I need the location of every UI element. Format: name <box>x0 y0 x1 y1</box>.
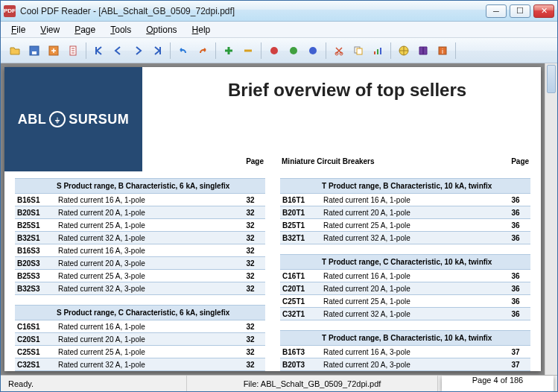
cell-page: 37 <box>501 361 530 369</box>
status-page: Page 4 of 186 <box>442 376 554 391</box>
logo-left: ABL <box>18 112 47 127</box>
table-row: B20S3Rated current 20 A, 3-pole32 <box>15 257 265 270</box>
separator <box>326 42 326 59</box>
page-icon[interactable] <box>65 42 81 59</box>
separator <box>455 42 456 59</box>
spacer-row <box>280 168 530 179</box>
table-row: C20T1Rated current 20 A, 1-pole36 <box>280 282 530 295</box>
cell-desc: Rated current 32 A, 1-pole <box>57 234 235 242</box>
menu-tools[interactable]: Tools <box>104 23 137 37</box>
cell-code: B16S3 <box>15 247 57 255</box>
prev-icon[interactable] <box>110 42 127 59</box>
cell-code: B32S1 <box>15 234 57 242</box>
copy-icon[interactable] <box>350 42 367 59</box>
table-row: B25S3Rated current 25 A, 3-pole32 <box>15 270 265 282</box>
svg-rect-13 <box>380 48 381 54</box>
vertical-scrollbar[interactable] <box>545 63 557 375</box>
cell-desc: Rated current 32 A, 1-pole <box>57 361 235 369</box>
separator <box>261 42 261 59</box>
export-icon[interactable] <box>45 42 62 59</box>
cell-code: B32S3 <box>15 285 57 293</box>
cell-code: B20T1 <box>280 209 322 217</box>
logo-icon: ⏚ <box>49 111 66 127</box>
cell-desc: Rated current 25 A, 1-pole <box>57 348 235 356</box>
cell-desc: Rated current 20 A, 1-pole <box>57 335 235 344</box>
menu-view[interactable]: View <box>34 23 66 37</box>
cell-page: 32 <box>235 196 265 204</box>
table-row: B16S1Rated current 16 A, 1-pole32 <box>15 194 265 206</box>
table-row: B20S1Rated current 20 A, 1-pole32 <box>15 206 265 219</box>
table-row: B16T1Rated current 16 A, 1-pole36 <box>280 194 530 206</box>
section-row: S Product range, C Characteristic, 6 kA,… <box>15 306 265 320</box>
cell-desc: Rated current 16 A, 1-pole <box>57 323 235 331</box>
svg-text:i: i <box>442 48 443 55</box>
chart-icon[interactable] <box>370 42 386 59</box>
spacer-row <box>280 320 530 331</box>
cell-page: 36 <box>501 209 530 217</box>
logo-right: SURSUM <box>69 112 129 127</box>
zoomout-icon[interactable] <box>240 42 256 59</box>
cell-page: 36 <box>501 310 530 318</box>
cell-page: 32 <box>235 234 265 242</box>
cell-desc: Rated current 16 A, 1-pole <box>57 196 235 204</box>
cell-code: B20S3 <box>15 259 57 268</box>
cell-code: C16T1 <box>280 272 322 280</box>
cell-code: C25S1 <box>15 348 57 356</box>
cell-code: B25S1 <box>15 221 57 230</box>
menu-page[interactable]: Page <box>69 23 101 37</box>
play-icon[interactable] <box>285 42 302 59</box>
svg-rect-10 <box>357 48 362 54</box>
table-row: B32S1Rated current 32 A, 1-pole32 <box>15 232 265 244</box>
cell-page: 36 <box>501 272 530 280</box>
table-row: B20T1Rated current 20 A, 1-pole36 <box>280 206 530 219</box>
separator <box>215 42 216 59</box>
statusbar: Ready. File: ABL_Schalt_GB_0509_72dpi.pd… <box>1 375 557 391</box>
right-table: Miniature Circuit BreakersPageT Product … <box>280 154 530 371</box>
cell-code: C25T1 <box>280 297 322 306</box>
menu-help[interactable]: Help <box>186 23 217 37</box>
cell-page: 32 <box>235 259 265 268</box>
cell-code: B16T3 <box>280 348 322 356</box>
last-icon[interactable] <box>149 42 165 59</box>
titlebar: PDF Cool PDF Reader - [ABL_Schalt_GB_050… <box>1 1 557 22</box>
section-row: T Product range, C Characteristic, 10 kA… <box>280 255 530 270</box>
globe-icon[interactable] <box>396 42 412 59</box>
about-icon[interactable]: i <box>434 42 451 59</box>
table-row: C25S1Rated current 25 A, 1-pole32 <box>15 346 265 358</box>
cut-icon[interactable] <box>331 42 347 59</box>
cell-desc: Rated current 16 A, 1-pole <box>322 272 501 280</box>
maximize-button[interactable]: ☐ <box>510 4 530 18</box>
rec-icon[interactable] <box>305 42 321 59</box>
close-button[interactable]: ✕ <box>533 4 554 18</box>
cell-code: B25T1 <box>280 221 322 230</box>
table-row: B32S3Rated current 32 A, 3-pole32 <box>15 282 265 295</box>
section-row: T Product range, B Characteristic, 10 kA… <box>280 331 530 346</box>
cell-desc: Rated current 20 A, 3-pole <box>322 361 501 369</box>
app-icon: PDF <box>4 5 16 17</box>
section-row: S Product range, B Characteristic, 6 kA,… <box>15 179 265 194</box>
stop-icon[interactable] <box>266 42 282 59</box>
save-icon[interactable] <box>26 42 42 59</box>
cell-page: 36 <box>501 297 530 306</box>
book-icon[interactable] <box>415 42 431 59</box>
undo-icon[interactable] <box>175 42 191 59</box>
window-controls: ─ ☐ ✕ <box>486 4 554 18</box>
cell-page: 32 <box>235 247 265 255</box>
open-icon[interactable] <box>7 42 23 59</box>
cell-desc: Rated current 25 A, 3-pole <box>57 272 235 280</box>
scrollbar-thumb[interactable] <box>547 65 556 93</box>
cell-code: B20T3 <box>280 361 322 369</box>
redo-icon[interactable] <box>194 42 211 59</box>
cell-page: 36 <box>501 285 530 293</box>
zoomin-icon[interactable] <box>221 42 237 59</box>
menu-options[interactable]: Options <box>140 23 183 37</box>
table-row: B32T1Rated current 32 A, 1-pole36 <box>280 232 530 244</box>
spacer-row <box>280 244 530 255</box>
cell-page: 32 <box>235 221 265 230</box>
cell-code: C16S1 <box>15 323 57 331</box>
table-header: Miniature Circuit BreakersPage <box>280 154 530 168</box>
first-icon[interactable] <box>91 42 107 59</box>
menu-file[interactable]: File <box>5 23 31 37</box>
next-icon[interactable] <box>130 42 146 59</box>
minimize-button[interactable]: ─ <box>486 4 507 18</box>
